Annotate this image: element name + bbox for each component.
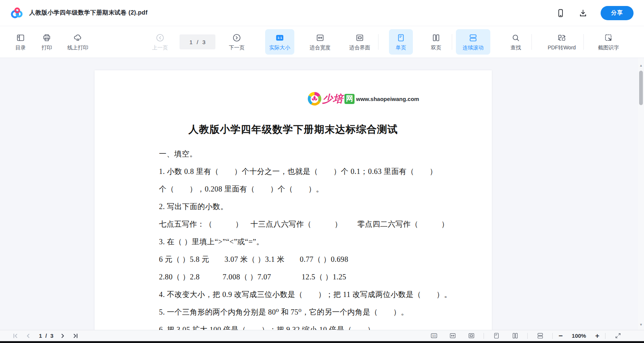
- vertical-scrollbar[interactable]: ▲ ▼: [638, 58, 644, 330]
- search-icon: [511, 33, 520, 43]
- actual-size-icon: 1:1: [275, 33, 284, 43]
- next-page-icon[interactable]: [59, 332, 67, 340]
- toc-icon: [16, 33, 25, 43]
- toolbar-page-total: 3: [202, 39, 205, 45]
- document-line: 2. 写出下面的小数。: [159, 198, 481, 215]
- document-line: 个（ ），0.208 里面有（ ）个（ ）。: [159, 180, 481, 198]
- pdf-viewer-app: 人教版小学四年级数学下册期末试卷 (2).pdf 分享 目录 打印: [0, 0, 644, 343]
- pdf-to-word-button[interactable]: PDF转Word: [544, 29, 580, 55]
- site-name-badge: 网: [344, 94, 355, 104]
- capture-ocr-label: 截图识字: [598, 45, 619, 51]
- toc-label: 目录: [15, 45, 26, 51]
- print-button[interactable]: 打印: [34, 29, 60, 55]
- statusbar-separator: [484, 333, 484, 339]
- scroll-down-icon[interactable]: ▼: [638, 322, 644, 328]
- double-page-button[interactable]: 双页: [424, 29, 448, 55]
- single-page-button[interactable]: 单页: [389, 29, 413, 55]
- screenshot-crop-icon: [604, 33, 613, 43]
- fit-screen-button[interactable]: 适合界面: [345, 29, 374, 55]
- mini-fit-screen-icon[interactable]: [467, 332, 476, 340]
- mini-continuous-scroll-icon[interactable]: [536, 332, 545, 340]
- zoom-level-value: 100%: [569, 333, 589, 339]
- statusbar-separator: [527, 333, 528, 339]
- toolbar-page-current: 1: [190, 39, 193, 45]
- download-icon[interactable]: [578, 8, 588, 18]
- header-actions: 分享: [556, 6, 634, 20]
- actual-size-button[interactable]: 1:1 实际大小: [265, 29, 294, 55]
- document-line: 七点五写作：（ ） 十三点八六写作（ ） 零点四二六写作（ ）: [159, 215, 481, 233]
- statusbar-page-total: 3: [50, 333, 53, 339]
- prev-page-icon[interactable]: [24, 332, 32, 340]
- site-branding: 少培 网 www.shaopeiwang.com: [308, 91, 419, 106]
- next-page-button[interactable]: 下一页: [225, 29, 249, 55]
- statusbar-page-indicator: 1 / 3: [39, 333, 53, 339]
- mini-fit-width-icon[interactable]: [448, 332, 457, 340]
- capture-ocr-button[interactable]: 截图识字: [591, 29, 626, 55]
- site-url-text: www.shaopeiwang.com: [356, 96, 419, 102]
- scroll-up-icon[interactable]: ▲: [638, 62, 644, 68]
- zoom-out-button[interactable]: −: [556, 332, 565, 340]
- bottom-black-strip: [0, 341, 644, 343]
- header-bar: 人教版小学四年级数学下册期末试卷 (2).pdf 分享: [0, 0, 644, 26]
- document-line: 一、填空。: [159, 145, 481, 163]
- print-label: 打印: [42, 45, 52, 51]
- fullscreen-icon[interactable]: [613, 332, 622, 340]
- document-line: 6. 把 3.05 扩大 100 倍是（ ）；把 9.32 缩小 10 倍是（ …: [159, 321, 481, 330]
- toolbar-separator: [583, 34, 584, 50]
- online-print-button[interactable]: 线上打印: [60, 29, 96, 55]
- document-line: 5. 一个三角形的两个内角分别是 80⁰ 和 75⁰，它的另一个内角是（ ）。: [159, 303, 481, 321]
- mini-actual-size-icon[interactable]: 1:1: [429, 332, 438, 340]
- toolbar-separator: [378, 34, 378, 50]
- fit-width-button[interactable]: 适合宽度: [306, 29, 335, 55]
- statusbar-right-tools: 1:1 − 100% +: [424, 332, 633, 340]
- document-line: 3. 在（ ）里填上“>”“<”或“=”。: [159, 233, 481, 251]
- document-title: 人教版小学四年级数学下册期末达标综合测试: [95, 123, 492, 136]
- pdf-page: 少培 网 www.shaopeiwang.com 人教版小学四年级数学下册期末达…: [95, 70, 492, 330]
- single-page-icon: [396, 33, 405, 43]
- toc-button[interactable]: 目录: [7, 29, 34, 55]
- status-bar: 1 / 3 1:1: [0, 330, 644, 341]
- document-line: 2.80（ ）2.8 7.008（ ）7.07 12.5（ ）1.25: [159, 268, 481, 286]
- fit-screen-icon: [355, 33, 364, 43]
- mini-single-page-icon[interactable]: [492, 332, 501, 340]
- continuous-scroll-icon: [469, 33, 478, 43]
- pdf-to-word-label: PDF转Word: [548, 45, 576, 51]
- last-page-icon[interactable]: [71, 332, 80, 340]
- document-line: 4. 不改变大小，把 0.9 改写成三位小数是（ ）；把 11 改写成两位小数是…: [159, 286, 481, 303]
- statusbar-page-divider: /: [45, 333, 47, 339]
- site-name-text: 少培: [322, 92, 343, 105]
- prev-page-button[interactable]: 上一页: [148, 29, 172, 55]
- next-page-label: 下一页: [229, 45, 245, 51]
- scrollbar-thumb[interactable]: [639, 71, 643, 105]
- continuous-scroll-button[interactable]: 连续滚动: [456, 29, 490, 55]
- find-button[interactable]: 查找: [504, 29, 528, 55]
- toolbar-page-indicator[interactable]: 1 / 3: [180, 34, 215, 49]
- mini-double-page-icon[interactable]: [510, 332, 519, 340]
- svg-text:1:1: 1:1: [277, 36, 282, 40]
- share-button[interactable]: 分享: [601, 6, 634, 20]
- circle-chevron-left-icon: [156, 33, 165, 43]
- svg-text:1:1: 1:1: [432, 334, 436, 337]
- document-line: 1. 小数 0.8 里有（ ）个十分之一，也就是（ ）个 0.1；0.63 里面…: [159, 163, 481, 180]
- mobile-phone-icon[interactable]: [556, 8, 565, 18]
- first-page-icon[interactable]: [11, 332, 19, 340]
- fit-screen-label: 适合界面: [349, 45, 370, 51]
- statusbar-page-current: 1: [39, 333, 42, 339]
- zoom-in-button[interactable]: +: [592, 332, 602, 340]
- printer-icon: [42, 33, 51, 43]
- circle-chevron-right-icon: [232, 33, 241, 43]
- actual-size-label: 实际大小: [269, 45, 290, 51]
- fit-width-icon: [316, 33, 325, 43]
- statusbar-separator: [605, 333, 605, 339]
- prev-page-label: 上一页: [152, 45, 168, 51]
- double-page-label: 双页: [431, 45, 441, 51]
- statusbar-separator: [552, 333, 553, 339]
- find-label: 查找: [510, 45, 521, 51]
- continuous-scroll-label: 连续滚动: [463, 45, 484, 51]
- document-line: 6 元（ ）5.8 元 3.07 米（ ）3.1 米 0.77（ ）0.698: [159, 251, 481, 268]
- convert-icon: [557, 33, 566, 43]
- shaopeiwang-flower-icon: [308, 92, 321, 105]
- toolbar-separator: [452, 34, 452, 50]
- double-page-icon: [432, 33, 441, 43]
- toolbar: 目录 打印 线上打印 上一页 1 / 3: [0, 26, 644, 58]
